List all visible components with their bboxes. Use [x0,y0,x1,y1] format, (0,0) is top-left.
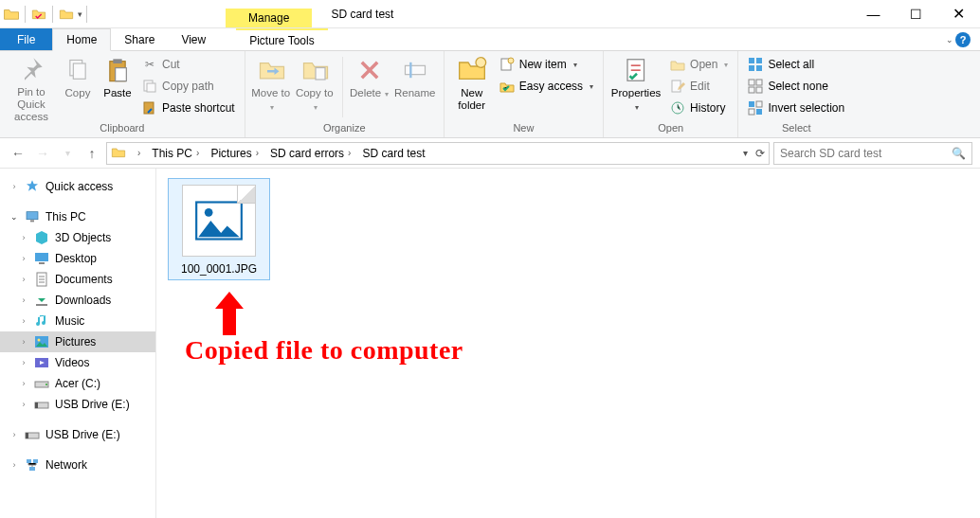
pictures-icon [34,334,49,349]
sidebar-item-3d-objects[interactable]: ›3D Objects [0,227,155,248]
move-to-button[interactable]: Move to ▾ [251,53,293,121]
properties-icon [622,55,652,85]
qat-item-icon[interactable] [30,6,47,23]
svg-rect-8 [316,68,325,80]
ribbon-collapse-caret-icon[interactable]: ⌄ [946,35,953,45]
copy-path-button[interactable]: Copy path [138,77,239,96]
sidebar-item-music[interactable]: ›Music [0,311,155,331]
group-organize: Move to ▾ Copy to ▾ Delete ▾ Rename Orga… [245,51,445,137]
chevron-right-icon[interactable]: › [256,148,259,158]
easy-access-button[interactable]: Easy access▾ [496,77,597,96]
paste-button[interactable]: Paste [99,53,136,121]
breadcrumb[interactable]: SD card errors› [266,143,358,164]
svg-rect-15 [672,80,681,92]
breadcrumb[interactable]: Pictures› [207,143,266,164]
copy-to-button[interactable]: Copy to ▾ [295,53,336,121]
properties-button[interactable]: Properties ▾ [609,53,664,121]
svg-rect-22 [756,80,762,85]
app-folder-icon[interactable] [3,6,20,23]
sidebar-item-usb-drive[interactable]: ›USB Drive (E:) [0,394,155,415]
new-item-button[interactable]: New item▾ [496,55,597,74]
cut-button[interactable]: ✂Cut [138,55,239,74]
address-dropdown-icon[interactable]: ▾ [743,148,748,158]
sidebar-item-videos[interactable]: ›Videos [0,352,155,373]
invert-selection-button[interactable]: Invert selection [744,98,848,117]
pin-to-quick-access-button[interactable]: Pin to Quick access [6,53,57,121]
history-icon [670,100,685,116]
sidebar-item-documents[interactable]: ›Documents [0,269,155,290]
file-list-pane[interactable]: 100_0001.JPG Copied file to computer [156,169,980,518]
svg-point-13 [508,58,514,63]
dropdown-caret-icon: ▾ [270,103,274,112]
sidebar-item-downloads[interactable]: ›Downloads [0,290,155,311]
search-icon: 🔍 [952,147,966,160]
delete-button[interactable]: Delete ▾ [349,53,390,121]
quick-access-toolbar: ▾ [0,0,93,27]
tab-file[interactable]: File [0,28,52,50]
new-folder-button[interactable]: New folder [450,53,494,121]
refresh-button[interactable]: ⟳ [755,147,765,160]
rename-icon [400,55,430,85]
select-all-button[interactable]: Select all [744,55,848,74]
sidebar-item-this-pc[interactable]: ⌄ This PC [0,206,155,227]
tab-home[interactable]: Home [52,28,111,51]
select-all-icon [748,57,763,72]
sidebar-item-quick-access[interactable]: › Quick access [0,176,155,197]
copy-button[interactable]: Copy [59,53,97,121]
open-button[interactable]: Open▾ [666,55,732,74]
tab-share[interactable]: Share [111,28,168,50]
svg-rect-23 [749,87,754,93]
edit-button[interactable]: Edit [666,77,732,96]
recent-locations-button[interactable]: ▾ [57,143,78,164]
file-item[interactable]: 100_0001.JPG [168,178,270,280]
tab-view[interactable]: View [168,28,219,50]
svg-rect-30 [30,220,34,222]
address-bar[interactable]: › This PC› Pictures› SD card errors› SD … [106,142,770,165]
file-thumbnail-icon [182,185,256,257]
sidebar-item-pictures[interactable]: ›Pictures [0,331,155,352]
dropdown-caret-icon: ▾ [590,82,593,91]
qat-item-icon[interactable] [58,6,75,23]
paste-shortcut-button[interactable]: Paste shortcut [138,98,239,117]
chevron-right-icon[interactable]: › [137,148,140,158]
breadcrumb[interactable]: SD card test [358,143,428,164]
file-name-label: 100_0001.JPG [172,262,265,276]
new-folder-icon [457,55,487,85]
close-button[interactable]: ✕ [937,0,980,27]
chevron-right-icon[interactable]: › [196,148,199,158]
group-new: New folder New item▾ Easy access▾ New [445,51,604,137]
maximize-button[interactable]: ☐ [895,0,937,27]
usb-drive-icon [34,397,49,412]
dropdown-caret-icon: ▾ [383,90,389,98]
help-icon[interactable]: ? [955,32,971,47]
forward-button[interactable]: → [32,143,53,164]
chevron-right-icon[interactable]: › [348,148,351,158]
copy-path-icon [142,79,157,94]
history-button[interactable]: History [666,98,732,117]
tab-picture-tools[interactable]: Picture Tools [236,28,327,50]
up-button[interactable]: ↑ [82,143,102,164]
sidebar-item-network[interactable]: ›Network [0,455,155,475]
svg-rect-4 [116,68,127,81]
sidebar-item-desktop[interactable]: ›Desktop [0,248,155,269]
rename-button[interactable]: Rename [392,53,438,121]
search-input[interactable]: Search SD card test 🔍 [773,142,972,165]
svg-rect-9 [405,65,425,74]
sidebar-item-local-disk[interactable]: ›Acer (C:) [0,373,155,394]
svg-rect-10 [409,63,411,78]
documents-icon [34,272,49,287]
invert-selection-icon [748,100,763,116]
sidebar-item-usb-drive-root[interactable]: ›USB Drive (E:) [0,424,155,445]
annotation-arrow-icon [215,292,244,335]
ribbon-tabs: File Home Share View Picture Tools ⌄ ? [0,28,980,51]
breadcrumb[interactable]: This PC› [148,143,207,164]
svg-point-39 [45,384,47,385]
navigation-bar: ← → ▾ ↑ › This PC› Pictures› SD card err… [0,138,980,169]
new-item-icon [499,57,515,72]
expand-icon[interactable]: › [9,182,19,191]
select-none-button[interactable]: Select none [744,77,848,96]
minimize-button[interactable]: — [852,0,895,27]
back-button[interactable]: ← [8,143,28,164]
qat-customize-caret-icon[interactable]: ▾ [78,9,82,19]
collapse-icon[interactable]: ⌄ [9,212,19,222]
